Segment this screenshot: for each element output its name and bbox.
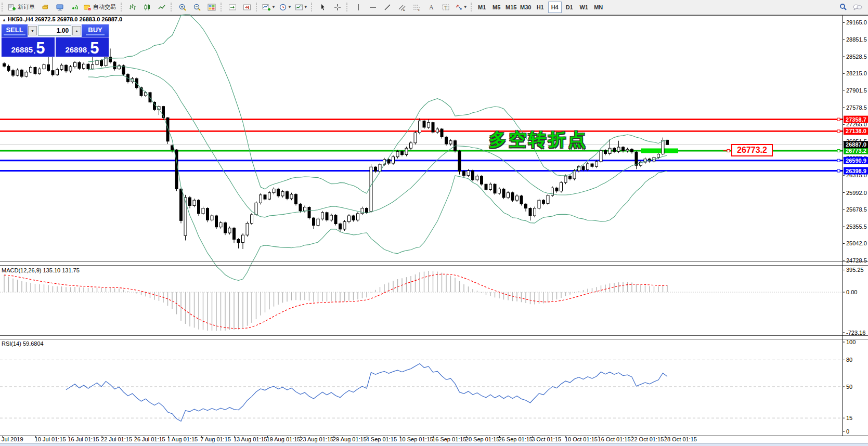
svg-text:13 Aug 01:15: 13 Aug 01:15 [234,436,267,442]
chat-icon [852,3,863,11]
crosshair-button[interactable] [330,1,345,14]
auto-scroll-icon [228,3,237,11]
macd-histogram [4,271,667,331]
line-handle[interactable] [837,130,840,133]
collapse-triangle-icon: ▲ [2,18,6,22]
templates-button[interactable]: ▼ [293,1,309,14]
chart-shift-button[interactable] [240,1,254,14]
chart-annotation-text[interactable]: 多空转折点 [489,128,588,152]
channel-button[interactable]: E [395,1,409,14]
svg-text:1 Aug 01:15: 1 Aug 01:15 [167,436,198,442]
trendline-button[interactable] [380,1,395,14]
auto-scroll-button[interactable] [225,1,240,14]
indicators-button[interactable]: ▼ [261,1,277,14]
candlestick-button[interactable] [140,1,154,14]
line-handle[interactable] [837,169,840,172]
toolbar-grip[interactable] [121,3,123,11]
timeframe-d1[interactable]: D1 [563,2,576,13]
sell-button[interactable]: SELL [2,24,28,37]
signal-button[interactable] [67,1,82,14]
zoom-out-button[interactable] [190,1,204,14]
toolbar-grip[interactable] [256,3,258,11]
status-strip [0,443,868,446]
timeframe-mn[interactable]: MN [592,2,605,13]
line-handle[interactable] [837,149,840,152]
toolbar-grip[interactable] [311,3,314,11]
toolbar-grip[interactable] [221,3,223,11]
svg-text:F: F [418,8,420,11]
volume-spinner: ▼ ▲ [28,24,81,37]
volume-decrease-button[interactable]: ▼ [28,26,37,35]
price-tag-label[interactable]: 26773.2 [731,144,773,156]
zoom-out-icon [193,3,201,11]
search-button[interactable] [836,1,850,14]
bar-chart-button[interactable] [125,1,140,14]
svg-text:15: 15 [846,415,852,421]
price-tag-anchor[interactable] [727,149,730,152]
svg-text:26887.0: 26887.0 [846,141,866,148]
crosshair-icon [333,3,342,11]
text-label-button[interactable]: T [438,1,453,14]
arrows-button[interactable]: ▼ [453,1,469,14]
channel-icon: E [398,3,406,11]
caret-down-icon: ▼ [31,29,34,33]
svg-text:7 Aug 01:15: 7 Aug 01:15 [200,436,231,442]
chart-svg[interactable]: 29165.028851.528528.528215.027901.527578… [0,0,868,446]
tile-windows-button[interactable] [204,1,219,14]
svg-text:80: 80 [846,357,852,363]
svg-text:50: 50 [846,384,852,390]
timeframe-m30[interactable]: M30 [519,2,533,13]
dropdown-caret-icon: ▼ [463,5,468,9]
highlight-box[interactable] [641,148,678,153]
auto-trading-button[interactable]: 自动交易 [82,1,119,14]
dropdown-caret-icon: ▼ [288,5,292,9]
text-button[interactable]: A [424,1,438,14]
macd-indicator-label: MACD(12,26,9) 135.10 131.75 [2,267,80,273]
line-handle[interactable] [837,159,840,162]
clock-icon [279,3,287,11]
toolbar-grip[interactable] [471,3,473,11]
svg-text:25678.5: 25678.5 [846,206,867,213]
gold-bar-button[interactable] [38,1,53,14]
timeframe-m5[interactable]: M5 [490,2,503,13]
svg-text:10 Oct 01:15: 10 Oct 01:15 [565,436,598,442]
svg-text:29 Aug 01:15: 29 Aug 01:15 [333,436,367,442]
timeframe-w1[interactable]: W1 [577,2,591,13]
svg-text:E: E [403,8,405,11]
vertical-line-button[interactable] [351,1,366,14]
timeframe-h4[interactable]: H4 [548,2,562,13]
svg-text:28 Oct 01:15: 28 Oct 01:15 [664,436,697,442]
svg-text:22 Jul 01:15: 22 Jul 01:15 [101,436,132,442]
fibonacci-button[interactable]: F [409,1,424,14]
periods-button[interactable]: ▼ [277,1,293,14]
svg-text:395.25: 395.25 [846,267,864,273]
svg-text:16 Sep 01:15: 16 Sep 01:15 [432,436,466,442]
horizontal-line-button[interactable] [366,1,380,14]
svg-text:25992.0: 25992.0 [846,190,867,196]
dropdown-caret-icon: ▼ [304,5,308,9]
chart-title-text: HK50-,H4 26972.5 26978.0 26883.0 26887.0 [8,16,122,22]
timeframe-h1[interactable]: H1 [534,2,547,13]
cursor-button[interactable] [316,1,330,14]
chat-button[interactable] [850,1,865,14]
buy-button[interactable]: BUY [81,24,109,37]
sell-price-dot: . [33,46,35,55]
line-chart-button[interactable] [154,1,169,14]
toolbar-grip[interactable] [2,3,4,11]
zoom-in-button[interactable] [175,1,190,14]
line-handle[interactable] [837,118,840,121]
terminal-button[interactable] [53,1,67,14]
rsi-line [66,363,667,421]
price-axis-labels: 29165.028851.528528.528215.027901.527578… [843,19,867,435]
toolbar-grip[interactable] [346,3,349,11]
volume-increase-button[interactable]: ▲ [72,26,81,35]
new-order-button[interactable]: 新订单 [6,1,38,14]
volume-input[interactable] [38,25,71,36]
chart-title: ▲HK50-,H4 26972.5 26978.0 26883.0 26887.… [2,16,122,22]
timeframe-m15[interactable]: M15 [504,2,518,13]
sell-price-big-digit: 5 [36,42,45,55]
toolbar-grip[interactable] [171,3,173,11]
timeframe-m1[interactable]: M1 [475,2,489,13]
buy-price[interactable]: 26898.5 [56,37,109,57]
sell-price[interactable]: 26885.5 [2,37,56,57]
